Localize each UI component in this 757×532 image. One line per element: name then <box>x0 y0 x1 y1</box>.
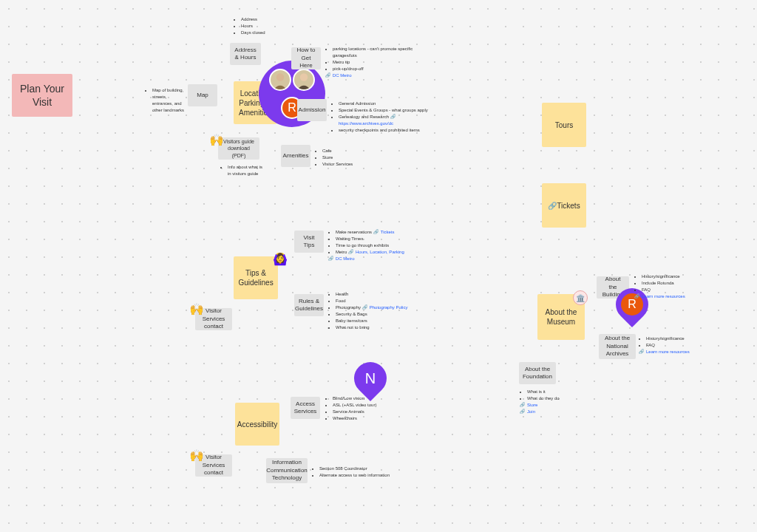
sticky-admission[interactable]: Admission <box>297 99 327 121</box>
link-icon: 🔗 <box>520 409 526 415</box>
visit-tips-bullets: Make reservations 🔗TicketsWaiting TimesT… <box>328 229 432 262</box>
guide-bullets: Info about what is in visitors guide <box>220 164 265 177</box>
link-hours-location[interactable]: Hours, Location, Parking <box>356 250 404 254</box>
access-bullets: Blind/Low visionASL (+ASL video tour)Ser… <box>325 395 399 422</box>
figjam-canvas[interactable]: { "root": { "title": "Plan Your Visit" }… <box>0 0 757 532</box>
link-icon: 🔗 <box>373 229 379 235</box>
svg-point-0 <box>276 73 284 81</box>
link-learn-more-1[interactable]: Learn more resources <box>642 294 685 299</box>
sticky-ict[interactable]: Information Communication Technology <box>266 458 308 483</box>
how-bullets: parking locations - can't promote specif… <box>325 46 436 79</box>
svg-point-1 <box>300 73 308 81</box>
link-archives-dc[interactable]: https://www.archives.gov/dc <box>339 121 393 126</box>
sticky-visitor-guide[interactable]: Visitors guide download (PDF) <box>218 137 259 160</box>
link-icon: 🔗 <box>348 249 354 255</box>
sticky-amenities[interactable]: Amenities <box>281 145 310 167</box>
about-arch-bullets: History/significanceFAQ🔗Learn more resou… <box>639 335 698 355</box>
link-icon: 🔗 <box>548 201 557 211</box>
sticky-visit-tips[interactable]: Visit Tips <box>294 231 324 253</box>
link-photo-policy[interactable]: Photography Policy <box>370 305 408 310</box>
reaction-emoji-2[interactable]: 🙆‍♀️ <box>273 252 283 262</box>
link-join[interactable]: Join <box>527 409 535 414</box>
link-dc-metro-2[interactable]: DC Metro <box>336 256 355 261</box>
sticky-tickets[interactable]: 🔗Tickets <box>542 183 586 228</box>
reaction-emoji-4[interactable]: 🙌 <box>189 449 200 459</box>
sticky-accessibility[interactable]: Accessibility <box>235 403 279 446</box>
sticky-about-archives[interactable]: About the National Archives <box>599 334 636 359</box>
avatar-pin-n[interactable]: N <box>347 355 393 401</box>
sticky-address-hours[interactable]: Address & Hours <box>230 43 261 65</box>
amenities-bullets: CafeStoreVisitor Services <box>315 148 374 168</box>
sticky-tips-guidelines[interactable]: Tips & Guidelines <box>234 256 278 299</box>
link-icon: 🔗 <box>362 304 368 310</box>
reaction-emoji[interactable]: 🙌 <box>209 133 220 143</box>
link-dc-metro[interactable]: DC Metro <box>333 73 352 78</box>
sticky-how-to-get-here[interactable]: How to Get Here <box>291 47 321 69</box>
sticky-access-services[interactable]: Access Services <box>291 397 320 419</box>
sticky-rules-guidelines[interactable]: Rules & Guidelines <box>294 294 324 316</box>
reaction-emoji-3[interactable]: 🙌 <box>189 302 200 313</box>
badge-building-icon: 🏛️ <box>573 290 588 305</box>
avatar-user-1 <box>269 69 291 91</box>
root-plan-visit[interactable]: Plan Your Visit <box>12 74 72 117</box>
rules-bullets: HealthFoodPhotography 🔗Photography Polic… <box>328 291 417 331</box>
link-store[interactable]: Store <box>527 403 537 407</box>
about-fnd-bullets: What is itWhat do they do🔗Store🔗Join <box>520 389 579 415</box>
map-bullets: Map of building, streets, entrances, and… <box>145 87 186 114</box>
sticky-about-foundation[interactable]: About the Foundation <box>519 362 556 384</box>
address-bullets: AddressHoursDays closed <box>234 16 278 36</box>
link-icon: 🔗 <box>634 293 640 299</box>
link-tickets[interactable]: Tickets <box>381 230 395 234</box>
link-icon: 🔗 <box>639 349 645 355</box>
about-bldg-bullets: History/significanceInclude RotundaFAQ🔗L… <box>634 273 701 300</box>
link-icon: 🔗 <box>328 256 334 262</box>
sticky-map[interactable]: Map <box>188 84 217 106</box>
sticky-tours[interactable]: Tours <box>542 103 586 147</box>
avatar-user-2 <box>293 69 315 91</box>
link-icon: 🔗 <box>390 114 396 120</box>
link-icon: 🔗 <box>325 72 331 78</box>
admission-bullets: General AdmissionSpecial Events & Groups… <box>331 100 442 134</box>
link-learn-more-2[interactable]: Learn more resources <box>646 349 690 354</box>
link-icon: 🔗 <box>520 402 526 408</box>
ict-bullets: Section 508 CoordinatorAlternate access … <box>312 466 401 479</box>
